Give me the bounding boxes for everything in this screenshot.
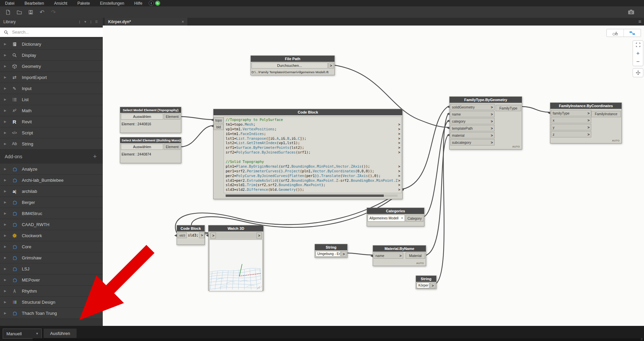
expand-arrow-icon[interactable]: ▶ xyxy=(4,212,9,215)
export-workspace-image-button[interactable] xyxy=(627,8,635,15)
expand-arrow-icon[interactable]: ▶ xyxy=(4,267,9,270)
sidebar-item-analyze[interactable]: ▶ Analyze xyxy=(0,164,103,175)
expand-arrow-icon[interactable]: ▶ xyxy=(4,167,9,171)
output-port[interactable]: > xyxy=(398,174,400,178)
expand-arrow-icon[interactable]: ▶ xyxy=(4,289,9,293)
name-input-port[interactable]: name> xyxy=(450,111,495,117)
expand-arrow-icon[interactable]: ▶ xyxy=(4,131,9,134)
node-select-topography[interactable]: Select Model Element (Topography) Auswäh… xyxy=(120,107,181,133)
code-editor[interactable]: sld3; xyxy=(187,232,198,238)
name-input-port[interactable]: name> xyxy=(374,252,403,259)
node-material-byname[interactable]: Material.ByName name> Material AUTO xyxy=(373,245,426,266)
menu-pakete[interactable]: Pakete xyxy=(72,1,95,6)
expand-arrow-icon[interactable]: ▶ xyxy=(4,120,9,123)
expand-arrow-icon[interactable]: ▶ xyxy=(4,278,9,282)
solidGeometry-input-port[interactable]: solidGeometry> xyxy=(450,104,495,110)
y-input-port[interactable]: y> xyxy=(551,124,591,130)
output-port[interactable]: > xyxy=(398,164,400,169)
expand-arrow-icon[interactable]: ▶ xyxy=(4,142,9,145)
zoom-in-button[interactable]: + xyxy=(633,49,643,57)
category-output-port[interactable]: Category xyxy=(406,215,423,222)
menu-hilfe[interactable]: Hilfe xyxy=(129,1,147,6)
expand-arrow-icon[interactable]: ▶ xyxy=(4,76,9,79)
z-input-port[interactable]: z> xyxy=(551,131,591,137)
undo-button[interactable]: ↶ xyxy=(38,8,46,16)
save-button[interactable] xyxy=(27,8,34,16)
sidebar-item-input[interactable]: ▶ ✎ Input xyxy=(0,83,103,94)
sidebar-item-importexport[interactable]: ▶ ⇄ ImportExport xyxy=(0,72,103,83)
open-file-button[interactable] xyxy=(15,8,23,16)
node-string-material[interactable]: String Umgebung - Erde > xyxy=(315,244,348,258)
node-file-path[interactable]: File Path Durchsuchen... > D:\...\Family… xyxy=(250,55,335,75)
sld3-input-port[interactable]: sld3 xyxy=(178,232,187,238)
sidebar-item-mepover[interactable]: ▶ MEPover xyxy=(0,274,103,286)
select-button[interactable]: Auswählen xyxy=(121,144,163,150)
expand-arrow-icon[interactable]: ▶ xyxy=(4,53,9,57)
zoom-fit-button[interactable] xyxy=(633,41,643,49)
material-output-port[interactable]: Material xyxy=(406,252,425,259)
library-search[interactable] xyxy=(0,28,103,37)
familyType-input-port[interactable]: familyType> xyxy=(551,110,591,116)
familytype-output-port[interactable]: FamilyType xyxy=(496,105,521,111)
node-categories[interactable]: Categories Allgemeines Modell ▼ Category xyxy=(367,208,424,226)
redo-button[interactable]: ↷ xyxy=(50,8,57,16)
output-port[interactable]: > xyxy=(398,178,400,183)
sidebar-item-lsj[interactable]: ▶ LSJ xyxy=(0,263,103,274)
output-port[interactable]: > xyxy=(398,132,400,136)
sidebar-item-thach-toan-trung[interactable]: ▶ Thach Toan Trung xyxy=(0,308,103,319)
expand-arrow-icon[interactable]: ▶ xyxy=(4,256,9,259)
search-input[interactable] xyxy=(11,30,103,35)
code-scrollbar[interactable] xyxy=(226,195,398,197)
browse-button[interactable]: Durchsuchen... xyxy=(251,62,328,69)
sidebar-item-dictionary[interactable]: ▶ Dictionary xyxy=(0,39,103,50)
pan-button[interactable] xyxy=(633,69,643,77)
expand-arrow-icon[interactable]: ▶ xyxy=(4,65,9,68)
sidebar-item-display[interactable]: ▶ Display xyxy=(0,50,103,61)
category-input-port[interactable]: category> xyxy=(450,118,495,124)
element-output-port[interactable]: Element xyxy=(164,114,180,120)
output-port[interactable]: > xyxy=(199,232,204,238)
run-button[interactable]: Ausführen xyxy=(44,329,77,338)
geometry-view-toggle[interactable] xyxy=(607,29,624,37)
expand-arrow-icon[interactable]: ▶ xyxy=(4,201,9,204)
expand-arrow-icon[interactable]: ▶ xyxy=(4,109,9,112)
tab-menu-icon[interactable]: ≡ xyxy=(638,18,641,24)
string-input[interactable]: Umgebung - Erde xyxy=(316,251,340,257)
sidebar-item-archilab[interactable]: ▶ a| archilab xyxy=(0,186,103,197)
topo-input-port[interactable]: topo xyxy=(214,117,224,123)
output-port[interactable]: > xyxy=(398,169,400,174)
node-familyinstance-bycoordinates[interactable]: FamilyInstance.ByCoordinates familyType>… xyxy=(550,102,622,143)
add-package-icon[interactable]: + xyxy=(93,153,97,160)
zoom-out-button[interactable]: − xyxy=(633,57,643,66)
node-string-koerper[interactable]: String Körper > xyxy=(416,275,436,289)
output-port[interactable]: > xyxy=(398,127,400,132)
graph-view-toggle[interactable] xyxy=(624,29,641,37)
code-editor[interactable]: //Topography to PolySurfacetm1=topo.Mesh… xyxy=(224,117,402,193)
new-file-button[interactable] xyxy=(4,8,11,16)
update-available-icon[interactable]: ↻ xyxy=(155,1,160,6)
sidebar-item-core[interactable]: ▶ Core xyxy=(0,241,103,252)
sidebar-item-clockwork[interactable]: ▶ Clockwork xyxy=(0,230,103,241)
expand-arrow-icon[interactable]: ▶ xyxy=(4,98,9,101)
select-button[interactable]: Auswählen xyxy=(121,114,163,120)
sidebar-item-script[interactable]: ▶ </> Script xyxy=(0,127,103,138)
node-familytype-bygeometry[interactable]: FamilyType.ByGeometry solidGeometry>name… xyxy=(449,96,522,150)
expand-arrow-icon[interactable]: ▶ xyxy=(4,223,9,226)
sidebar-item-math[interactable]: ▶ x² Math xyxy=(0,105,103,116)
node-code-block[interactable]: Code Block topobld //Topography to PolyS… xyxy=(213,109,403,199)
x-input-port[interactable]: x> xyxy=(551,117,591,123)
sidebar-item-string[interactable]: ▶ Ab String xyxy=(0,138,103,150)
library-header-icons[interactable]: ❘ ▼ ❘ ☰ xyxy=(78,20,99,24)
sidebar-item-archi-lab-bumblebee[interactable]: ▶ Archi-lab_Bumblebee xyxy=(0,175,103,186)
node-select-building-mass[interactable]: Select Model Element (Building Mass) Aus… xyxy=(120,137,181,163)
tab-koerper-dyn[interactable]: Körper.dyn* × xyxy=(105,18,187,26)
output-port[interactable]: > xyxy=(398,122,400,127)
tab-close-icon[interactable]: × xyxy=(182,19,184,24)
notification-icon[interactable]: ! xyxy=(149,1,154,6)
material-input-port[interactable]: material> xyxy=(450,132,495,138)
expand-arrow-icon[interactable]: ▶ xyxy=(4,87,9,90)
templatePath-input-port[interactable]: templatePath> xyxy=(450,125,495,131)
sidebar-item-structural-design[interactable]: ▶ Structural Design xyxy=(0,297,103,308)
output-port[interactable]: > xyxy=(328,62,334,69)
output-port[interactable]: > xyxy=(398,136,400,141)
